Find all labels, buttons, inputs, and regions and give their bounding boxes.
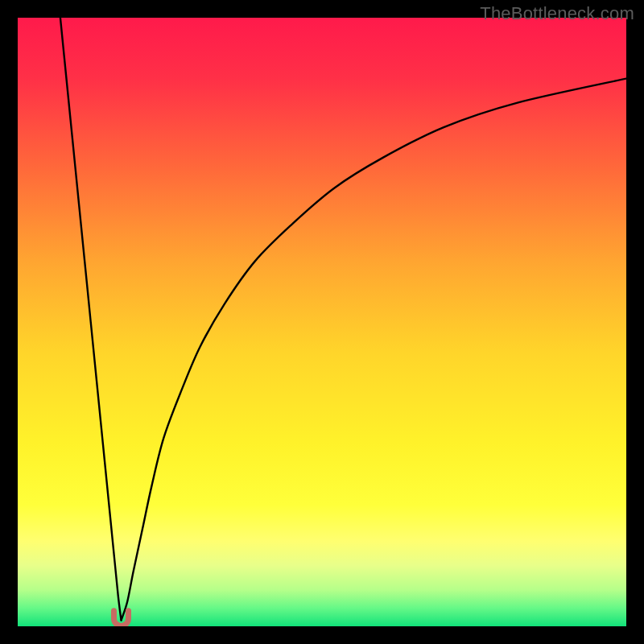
attribution-text: TheBottleneck.com — [480, 3, 634, 24]
bottleneck-plot — [18, 18, 626, 626]
plot-background — [18, 18, 626, 626]
chart-frame: TheBottleneck.com — [0, 0, 644, 644]
